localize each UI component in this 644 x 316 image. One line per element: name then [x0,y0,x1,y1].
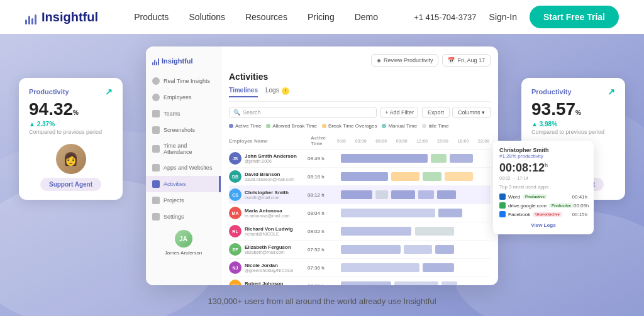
emp-info: Maria Antonova m.antonova@mail.com [245,208,308,218]
panel-title: Activities [229,72,491,82]
sidebar-user-name: James Anderson [165,250,203,256]
avatar: RL [229,225,242,237]
left-productivity-card: Productivity ↗ 94.32% ▲ 2.37% Compared t… [19,78,123,200]
timer-superscript: h [545,162,548,168]
date-button[interactable]: 📅 Fri, Aug 17 [442,54,491,67]
left-card-title-text: Productivity [29,88,69,95]
left-card-compare: Compared to previous period [29,129,113,135]
sidebar-label-apps: Apps and Websites [164,165,212,171]
tooltip-emp-name: Christopher Smith [499,147,587,153]
table-row: RL Richard Von Ludwig richard@NICOLE 08:… [229,222,491,241]
right-trend-icon: ↗ [608,87,615,97]
sidebar-item-employees[interactable]: Employees [146,89,221,106]
review-productivity-icon: ◈ [377,57,381,63]
search-box[interactable]: 🔍 Search [229,107,377,118]
right-buttons: Export Columns ▾ [422,107,491,118]
sidebar-item-apps[interactable]: Apps and Websites [146,160,221,176]
left-card-percent: % [73,109,79,116]
sidebar-label-settings: Settings [164,214,184,220]
timeline-bar [333,190,491,199]
col-header-timeline: 5:00 03:00 06:00 09:00 12:00 15:00 18:00… [336,139,491,143]
tab-logs[interactable]: Logs ! [265,87,289,97]
nav-resources[interactable]: Resources [245,12,287,22]
sidebar-item-realtime[interactable]: Real Time Insights [146,73,221,89]
table-row: MA Maria Antonova m.antonova@mail.com 08… [229,204,491,222]
sidebar: Insightful Real Time Insights Employees … [146,46,221,285]
tab-timelines[interactable]: Timelines [229,87,258,97]
activities-icon [152,180,160,188]
left-support-label[interactable]: Support Agent [40,178,101,191]
right-card-compare: Compared to previous period [531,129,615,135]
sidebar-item-teams[interactable]: Teams [146,106,221,122]
timeline-hours: 5:00 03:00 06:00 09:00 12:00 15:00 18:00… [336,139,491,143]
emp-info: Nicole Jordan @greenshotday/NICOLE [245,263,308,273]
left-card-value: 94.32 [29,99,73,119]
sidebar-item-screenshots[interactable]: Screenshots [146,122,221,138]
sidebar-user-avatar: JA [175,230,192,248]
word-icon [499,193,506,200]
legend-active-time: Active Time [229,123,261,129]
panel-tabs: Timelines Logs ! [229,87,491,102]
timeline-bar [333,227,491,236]
columns-button[interactable]: Columns ▾ [452,107,491,118]
date-label: Fri, Aug 17 [457,57,485,63]
sidebar-item-time-attendance[interactable]: Time and Attendance [146,138,221,160]
nav-demo[interactable]: Demo [355,12,378,22]
header-right: +1 415-704-3737 Sign-In Start Free Trial [414,6,619,28]
table-row: NJ Nicole Jordan @greenshotday/NICOLE 07… [229,259,491,277]
sidebar-item-projects[interactable]: Projects [146,192,221,209]
emp-info: Christopher Smith csmith@mail.com [245,190,308,200]
tooltip-range: 00:02 → 17:14 [499,176,587,180]
view-logs-link[interactable]: View Logs [499,222,587,228]
export-button[interactable]: Export [422,107,450,118]
tooltip-app-left: Word Productive [499,193,547,200]
legend-label-overage: Break Time Overages [328,123,377,129]
logs-badge: ! [282,87,289,95]
avatar: EF [229,243,242,256]
tooltip-timer: 00:08:12h [499,161,587,175]
review-productivity-button[interactable]: ◈ Review Productivity [371,54,439,67]
main-panel: ◈ Review Productivity 📅 Fri, Aug 17 Acti… [221,46,498,285]
avatar: JS [229,152,242,165]
sign-in-link[interactable]: Sign-In [489,12,517,22]
nav-products[interactable]: Products [134,12,169,22]
projects-icon [152,197,160,204]
sidebar-logo-icon [152,57,159,65]
bottom-text: 130,000+ users from all around the world… [208,297,436,306]
timeline-bar [333,281,491,285]
search-placeholder: Search [243,109,261,116]
col-header-employee: Employee Name [229,138,311,144]
logo[interactable]: Insightful [25,9,98,25]
timeline-bar [333,154,491,163]
avatar: DB [229,170,242,183]
legend-break-overage: Break Time Overages [322,123,377,129]
tooltip-app-row-facebook: Facebook Unproductive 00:15h [499,210,587,219]
sidebar-label-screenshots: Screenshots [164,127,195,133]
sidebar-label-teams: Teams [164,111,180,117]
main-nav: Products Solutions Resources Pricing Dem… [134,12,378,22]
left-card-avatar-section: 👩 Support Agent [29,144,113,191]
chevron-down-icon: ▾ [482,109,485,116]
avatar: MA [229,207,242,219]
sidebar-item-activities[interactable]: Activities [146,176,221,192]
nav-solutions[interactable]: Solutions [189,12,225,22]
legend-break-time: Allowed Break Time [266,123,317,129]
legend-dot-break [266,124,270,128]
add-filter-button[interactable]: + Add Filter [380,107,418,118]
sidebar-label-time: Time and Attendance [164,143,214,155]
left-card-change: ▲ 2.37% [29,121,113,128]
sidebar-label-activities: Activities [164,181,186,187]
right-card-value-row: 93.57% [531,99,615,119]
sidebar-label-realtime: Real Time Insights [164,78,210,84]
sidebar-bottom: JA James Anderson [146,225,221,256]
table-header: Employee Name Active Time 5:00 03:00 06:… [229,133,491,150]
left-support-avatar: 👩 [56,144,86,174]
right-card-percent: % [575,109,581,116]
sidebar-item-settings[interactable]: Settings [146,209,221,225]
sidebar-logo: Insightful [146,54,221,73]
logo-icon [25,9,36,25]
start-free-trial-button[interactable]: Start Free Trial [530,6,619,28]
screenshots-icon [152,126,160,134]
emp-info: David Branson david.branson@mail.com [245,172,308,182]
nav-pricing[interactable]: Pricing [308,12,335,22]
